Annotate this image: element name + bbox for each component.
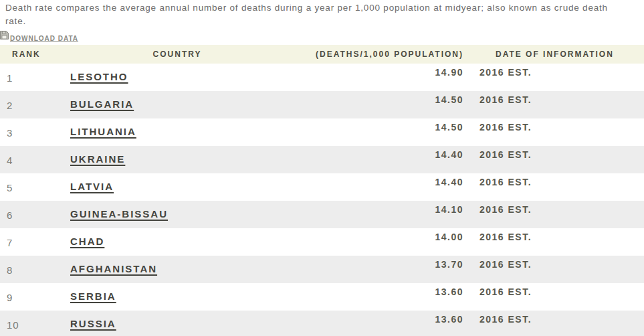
download-data-link[interactable]: DOWNLOAD DATA	[0, 30, 78, 42]
value-cell: 14.50	[294, 118, 468, 146]
download-row: DOWNLOAD DATA	[0, 30, 644, 42]
table-row: 2 BULGARIA 14.50 2016 EST.	[0, 91, 644, 118]
download-data-label: DOWNLOAD DATA	[10, 35, 78, 42]
page-description: Death rate compares the average annual n…	[0, 0, 635, 28]
column-header-date: DATE OF INFORMATION	[468, 50, 644, 59]
date-cell: 2016 EST.	[468, 283, 644, 311]
country-cell: UKRAINE	[60, 146, 294, 173]
date-cell: 2016 EST.	[468, 91, 644, 118]
column-header-rank: RANK	[0, 50, 60, 59]
country-cell: LATVIA	[60, 173, 294, 201]
country-link[interactable]: BULGARIA	[70, 98, 134, 110]
country-cell: BULGARIA	[60, 91, 294, 118]
date-cell: 2016 EST.	[468, 311, 644, 336]
value-cell: 14.50	[294, 91, 468, 118]
date-cell: 2016 EST.	[468, 256, 644, 283]
date-cell: 2016 EST.	[468, 228, 644, 256]
rank-cell: 9	[0, 283, 60, 311]
country-link[interactable]: LESOTHO	[70, 71, 128, 82]
date-cell: 2016 EST.	[468, 173, 644, 201]
date-cell: 2016 EST.	[468, 64, 644, 91]
rank-cell: 8	[0, 256, 60, 283]
date-cell: 2016 EST.	[468, 201, 644, 228]
floppy-disk-icon	[0, 30, 9, 42]
value-cell: 14.90	[294, 64, 468, 91]
table-row: 8 AFGHANISTAN 13.70 2016 EST.	[0, 256, 644, 283]
rank-cell: 4	[0, 146, 60, 173]
value-cell: 13.70	[294, 256, 468, 283]
rank-cell: 6	[0, 201, 60, 228]
country-link[interactable]: AFGHANISTAN	[70, 263, 157, 274]
column-header-value: (DEATHS/1,000 POPULATION)	[294, 50, 468, 59]
country-link[interactable]: CHAD	[70, 236, 104, 247]
country-cell: CHAD	[60, 228, 294, 256]
value-cell: 14.00	[294, 228, 468, 256]
country-cell: LITHUANIA	[60, 118, 294, 146]
country-cell: AFGHANISTAN	[60, 256, 294, 283]
table-row: 1 LESOTHO 14.90 2016 EST.	[0, 64, 644, 91]
rank-order-table: RANK COUNTRY (DEATHS/1,000 POPULATION) D…	[0, 45, 644, 336]
value-cell: 14.40	[294, 146, 468, 173]
value-cell: 13.60	[294, 283, 468, 311]
country-cell: RUSSIA	[60, 311, 294, 336]
table-row: 3 LITHUANIA 14.50 2016 EST.	[0, 118, 644, 146]
country-link[interactable]: LATVIA	[70, 181, 114, 192]
death-rate-rank-page: Death rate compares the average annual n…	[0, 0, 644, 336]
country-link[interactable]: RUSSIA	[70, 318, 116, 329]
table-row: 4 UKRAINE 14.40 2016 EST.	[0, 146, 644, 173]
country-link[interactable]: SERBIA	[70, 290, 116, 302]
rank-cell: 10	[0, 311, 60, 336]
table-row: 9 SERBIA 13.60 2016 EST.	[0, 283, 644, 311]
country-cell: SERBIA	[60, 283, 294, 311]
table-row: 10 RUSSIA 13.60 2016 EST.	[0, 311, 644, 336]
table-row: 6 GUINEA-BISSAU 14.10 2016 EST.	[0, 201, 644, 228]
country-link[interactable]: UKRAINE	[70, 153, 125, 165]
rank-cell: 5	[0, 173, 60, 201]
country-link[interactable]: LITHUANIA	[70, 126, 136, 137]
table-body: 1 LESOTHO 14.90 2016 EST. 2 BULGARIA 14.…	[0, 64, 644, 336]
date-cell: 2016 EST.	[468, 146, 644, 173]
country-cell: GUINEA-BISSAU	[60, 201, 294, 228]
value-cell: 14.40	[294, 173, 468, 201]
value-cell: 13.60	[294, 311, 468, 336]
table-header-row: RANK COUNTRY (DEATHS/1,000 POPULATION) D…	[0, 45, 644, 64]
column-header-country: COUNTRY	[60, 50, 294, 59]
rank-cell: 1	[0, 64, 60, 91]
rank-cell: 2	[0, 91, 60, 118]
date-cell: 2016 EST.	[468, 118, 644, 146]
country-cell: LESOTHO	[60, 64, 294, 91]
table-row: 5 LATVIA 14.40 2016 EST.	[0, 173, 644, 201]
rank-cell: 7	[0, 228, 60, 256]
country-link[interactable]: GUINEA-BISSAU	[70, 208, 168, 220]
value-cell: 14.10	[294, 201, 468, 228]
table-row: 7 CHAD 14.00 2016 EST.	[0, 228, 644, 256]
rank-cell: 3	[0, 118, 60, 146]
